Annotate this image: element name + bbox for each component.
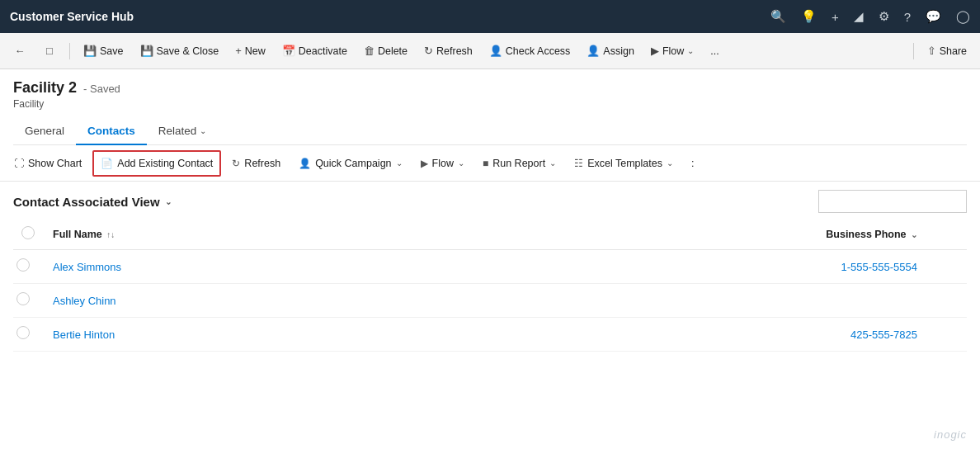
excel-templates-button[interactable]: ☷ Excel Templates ⌄: [567, 150, 681, 177]
share-button[interactable]: ⇧ Share: [921, 41, 973, 60]
deactivate-icon: 📅: [282, 45, 295, 57]
refresh-button[interactable]: ↻ Refresh: [417, 38, 479, 64]
table-row: Ashley Chinn: [13, 284, 967, 318]
settings-icon[interactable]: ⚙: [879, 9, 889, 24]
quick-campaign-chevron-icon: ⌄: [396, 158, 403, 168]
table-row: Bertie Hinton425-555-7825: [13, 318, 967, 352]
page-saved-status: - Saved: [83, 83, 120, 95]
row-business-phone: 1-555-555-5554: [384, 250, 967, 284]
tab-general[interactable]: General: [13, 118, 76, 145]
table-row: Alex Simmons1-555-555-5554: [13, 250, 967, 284]
contact-name-link[interactable]: Alex Simmons: [53, 261, 121, 273]
run-report-chevron-icon: ⌄: [549, 158, 556, 168]
delete-button[interactable]: 🗑 Delete: [357, 38, 414, 64]
sub-flow-chevron-icon: ⌄: [458, 158, 464, 168]
search-input[interactable]: [818, 190, 967, 213]
data-table: Full Name ↑↓ Business Phone ⌄ Alex Simmo…: [13, 220, 967, 352]
app-title: Customer Service Hub: [10, 10, 770, 23]
add-existing-contact-button[interactable]: 📄 Add Existing Contact: [92, 150, 221, 177]
contact-name-link[interactable]: Ashley Chinn: [53, 295, 116, 307]
row-checkbox-cell: [13, 250, 43, 284]
tab-related[interactable]: Related ⌄: [147, 118, 219, 145]
new-button[interactable]: + New: [229, 38, 272, 64]
assign-icon: 👤: [587, 45, 600, 57]
tab-contacts[interactable]: Contacts: [76, 118, 147, 145]
row-checkbox[interactable]: [16, 258, 30, 272]
phone-link[interactable]: 1-555-555-5554: [841, 261, 917, 273]
lightbulb-icon[interactable]: 💡: [801, 9, 817, 24]
row-full-name[interactable]: Alex Simmons: [43, 250, 384, 284]
user-icon[interactable]: ◯: [956, 9, 970, 24]
show-chart-icon: ⛶: [14, 158, 24, 169]
more-button[interactable]: ...: [704, 38, 725, 64]
share-icon: ⇧: [927, 45, 936, 57]
contact-name-link[interactable]: Bertie Hinton: [53, 328, 115, 341]
view-title-chevron-icon: ⌄: [165, 197, 172, 206]
quick-campaign-icon: 👤: [299, 158, 311, 169]
th-business-phone[interactable]: Business Phone ⌄: [384, 220, 967, 250]
th-full-name[interactable]: Full Name ↑↓: [43, 220, 384, 250]
plus-icon[interactable]: +: [832, 10, 839, 24]
sub-command-bar: ⛶ Show Chart 📄 Add Existing Contact ↻ Re…: [0, 145, 980, 182]
run-report-icon: ■: [483, 158, 488, 169]
save-button[interactable]: 💾 Save: [77, 38, 130, 64]
flow-icon: ▶: [651, 45, 659, 57]
page-title: Facility 2: [13, 79, 77, 97]
new-icon: +: [235, 45, 242, 57]
sub-refresh-button[interactable]: ↻ Refresh: [224, 150, 288, 177]
flow-chevron-icon: ⌄: [687, 46, 694, 55]
row-checkbox[interactable]: [16, 292, 30, 305]
delete-icon: 🗑: [364, 45, 375, 57]
full-name-sort-icon: ↑↓: [106, 230, 115, 239]
sub-flow-button[interactable]: ▶ Flow ⌄: [413, 150, 472, 177]
assign-button[interactable]: 👤 Assign: [580, 38, 641, 64]
page-subtitle: Facility: [13, 98, 967, 110]
row-full-name[interactable]: Bertie Hinton: [43, 318, 384, 352]
flow-button[interactable]: ▶ Flow ⌄: [644, 38, 700, 64]
help-icon[interactable]: ?: [904, 10, 911, 24]
view-title[interactable]: Contact Associated View ⌄: [13, 195, 172, 209]
command-bar: ← □ 💾 Save 💾 Save & Close + New 📅 Deacti…: [0, 33, 980, 69]
sub-refresh-icon: ↻: [232, 158, 240, 169]
business-phone-sort-icon: ⌄: [911, 230, 917, 239]
cmd-divider-2: [913, 43, 914, 59]
add-contact-icon: 📄: [101, 158, 113, 169]
sub-more-button[interactable]: :: [684, 150, 701, 177]
table-header-row: Full Name ↑↓ Business Phone ⌄: [13, 220, 967, 250]
page-header: Facility 2 - Saved Facility General Cont…: [0, 69, 980, 145]
sub-flow-icon: ▶: [421, 158, 428, 169]
top-nav-icons: 🔍 💡 + ◢ ⚙ ? 💬 ◯: [770, 9, 970, 24]
refresh-icon: ↻: [424, 45, 433, 57]
save-close-icon: 💾: [140, 45, 153, 57]
search-icon[interactable]: 🔍: [770, 9, 786, 24]
excel-templates-icon: ☷: [574, 158, 583, 169]
save-close-button[interactable]: 💾 Save & Close: [134, 38, 226, 64]
run-report-button[interactable]: ■ Run Report ⌄: [475, 150, 563, 177]
check-access-icon: 👤: [489, 45, 502, 57]
tabs: General Contacts Related ⌄: [13, 118, 967, 145]
row-business-phone: 425-555-7825: [384, 318, 967, 352]
view-header: Contact Associated View ⌄: [13, 190, 967, 213]
row-full-name[interactable]: Ashley Chinn: [43, 284, 384, 318]
deactivate-button[interactable]: 📅 Deactivate: [276, 38, 354, 64]
row-checkbox-cell: [13, 284, 43, 318]
row-business-phone: [384, 284, 967, 318]
related-chevron-icon: ⌄: [200, 126, 206, 135]
phone-link[interactable]: 425-555-7825: [850, 328, 917, 341]
row-checkbox-cell: [13, 318, 43, 352]
filter-icon[interactable]: ◢: [854, 9, 864, 24]
cmd-divider-1: [69, 43, 70, 59]
chat-icon[interactable]: 💬: [926, 9, 941, 24]
content-area: Contact Associated View ⌄ Full Name ↑↓ B…: [0, 182, 980, 360]
excel-chevron-icon: ⌄: [667, 158, 673, 168]
check-access-button[interactable]: 👤 Check Access: [483, 38, 577, 64]
save-icon: 💾: [83, 45, 97, 57]
top-nav-bar: Customer Service Hub 🔍 💡 + ◢ ⚙ ? 💬 ◯: [0, 0, 980, 33]
show-chart-button[interactable]: ⛶ Show Chart: [7, 150, 89, 177]
header-checkbox[interactable]: [21, 226, 35, 239]
back-button[interactable]: ←: [7, 38, 33, 64]
th-checkbox: [13, 220, 43, 250]
forward-button[interactable]: □: [36, 38, 63, 64]
quick-campaign-button[interactable]: 👤 Quick Campaign ⌄: [291, 150, 409, 177]
row-checkbox[interactable]: [16, 326, 30, 339]
